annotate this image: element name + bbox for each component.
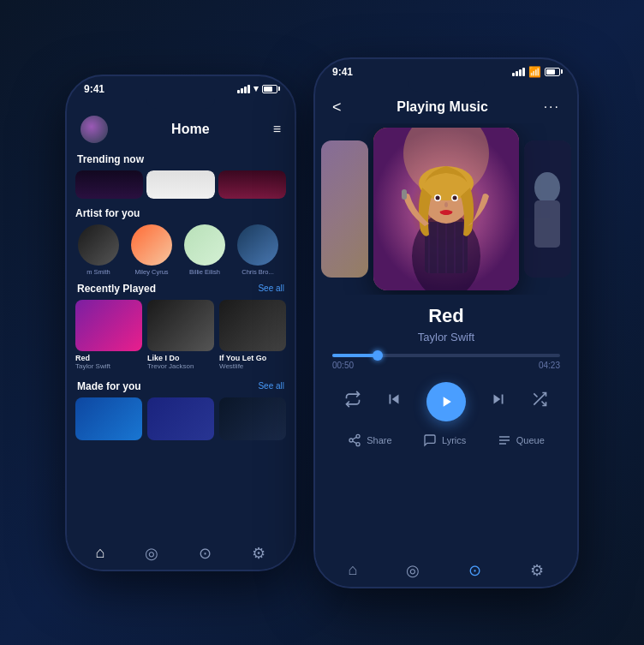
progress-fill <box>332 354 378 357</box>
signal-icon <box>237 85 250 93</box>
made-for-you-see-all[interactable]: See all <box>258 381 284 391</box>
made-card-3[interactable] <box>219 397 286 440</box>
recent-img-2 <box>147 300 214 351</box>
right-time: 9:41 <box>332 66 353 78</box>
svg-rect-17 <box>402 189 407 200</box>
svg-point-19 <box>534 172 560 203</box>
artist-name-3: Billie Eilish <box>189 268 220 276</box>
play-pause-button[interactable] <box>426 382 466 421</box>
recent-artist-2: Trevor Jackson <box>147 362 214 370</box>
right-header: < Playing Music ··· <box>315 93 577 123</box>
svg-point-21 <box>356 434 360 438</box>
action-buttons: Share Lyrics Queue <box>315 428 577 452</box>
artist-img-4 <box>237 224 278 266</box>
right-status-bar: 9:41 📶 <box>315 59 577 81</box>
queue-button[interactable]: Queue <box>498 433 545 447</box>
battery-icon <box>262 85 277 93</box>
right-nav-settings[interactable]: ⚙ <box>530 561 544 580</box>
made-for-you-label: Made for you <box>77 380 141 392</box>
right-signal-icon <box>512 68 525 76</box>
artist-name-2: Miley Cyrus <box>134 268 168 276</box>
song-artist: Taylor Swift <box>332 331 560 343</box>
trending-card-3[interactable]: Hot Shit Cardi B <box>218 170 286 199</box>
menu-button[interactable]: ≡ <box>273 122 281 137</box>
share-label: Share <box>367 435 391 445</box>
made-card-2[interactable] <box>147 397 214 440</box>
artist-name-1: m Smith <box>86 268 110 276</box>
total-time: 04:23 <box>539 361 560 370</box>
song-title: Red <box>332 305 560 327</box>
repeat-button[interactable] <box>344 391 361 412</box>
left-header: Home ≡ <box>67 110 295 150</box>
left-status-icons: ▾ <box>237 83 277 94</box>
shuffle-button[interactable] <box>531 391 548 412</box>
progress-bar[interactable] <box>332 354 560 357</box>
right-wifi-icon: 📶 <box>528 66 541 78</box>
nav-podcast[interactable]: ◎ <box>145 544 158 563</box>
recent-card-1[interactable]: Red Taylor Swift <box>75 300 142 370</box>
back-button[interactable]: < <box>332 99 342 116</box>
svg-point-22 <box>349 439 353 442</box>
recently-played-see-all[interactable]: See all <box>258 284 284 293</box>
lyrics-button[interactable]: Lyrics <box>423 433 466 447</box>
trending-grid: Wait For You Future Never Broke Again Bl… <box>67 170 295 199</box>
trending-card-2[interactable]: Never Broke Again Black Young Boy <box>146 170 214 199</box>
right-nav-history[interactable]: ⊙ <box>468 561 481 580</box>
made-card-1[interactable] <box>75 397 142 440</box>
more-options-button[interactable]: ··· <box>544 99 560 115</box>
scene: 9:41 ▾ Home ≡ Trend <box>0 0 644 645</box>
settings-icon: ⚙ <box>252 544 265 563</box>
album-art-main <box>373 128 519 290</box>
right-settings-icon: ⚙ <box>530 561 544 580</box>
recent-img-1 <box>75 300 142 351</box>
trending-img-3 <box>218 170 286 199</box>
share-button[interactable]: Share <box>348 433 391 447</box>
artist-item-1[interactable]: m Smith <box>75 224 122 276</box>
progress-thumb <box>373 350 383 361</box>
made-for-you-header: Made for you See all <box>67 377 295 397</box>
podcast-icon: ◎ <box>145 544 158 563</box>
prev-button[interactable] <box>385 390 403 413</box>
recent-card-2[interactable]: Like I Do Trevor Jackson <box>147 300 214 370</box>
right-podcast-icon: ◎ <box>406 561 420 580</box>
made-row <box>67 397 295 440</box>
album-art-right <box>524 140 571 278</box>
artist-item-4[interactable]: Chris Bro... <box>235 224 281 276</box>
nav-home[interactable]: ⌂ <box>96 544 105 562</box>
right-phone: 9:41 📶 < Playing Music ··· <box>313 57 579 588</box>
left-phone: 9:41 ▾ Home ≡ Trend <box>65 75 296 571</box>
album-area <box>315 123 577 295</box>
right-nav-home[interactable]: ⌂ <box>349 561 358 579</box>
right-nav-podcast[interactable]: ◎ <box>406 561 420 580</box>
svg-rect-20 <box>534 200 560 248</box>
next-button[interactable] <box>489 390 508 413</box>
progress-times: 00:50 04:23 <box>332 361 560 370</box>
left-bottom-nav: ⌂ ◎ ⊙ ⚙ <box>67 537 295 570</box>
home-icon: ⌂ <box>96 544 105 562</box>
nav-settings[interactable]: ⚙ <box>252 544 265 563</box>
recent-artist-1: Taylor Swift <box>75 362 142 370</box>
trending-card-1[interactable]: Wait For You Future <box>75 170 143 199</box>
progress-area: 00:50 04:23 <box>315 349 577 375</box>
recent-title-1: Red <box>75 354 142 362</box>
artist-item-3[interactable]: Billie Eilish <box>182 224 228 276</box>
nav-history[interactable]: ⊙ <box>199 544 212 563</box>
recent-title-2: Like I Do <box>147 354 214 362</box>
svg-point-16 <box>440 210 452 215</box>
recently-played-label: Recently Played <box>77 283 156 295</box>
artist-img-1 <box>78 224 119 266</box>
trending-img-1 <box>75 170 143 199</box>
right-status-icons: 📶 <box>512 66 560 78</box>
right-notch <box>408 80 485 92</box>
artist-section: Artist for you m Smith Miley Cyrus Billi… <box>67 199 295 279</box>
recent-card-3[interactable]: If You Let Go Westlife <box>219 300 286 370</box>
artist-item-2[interactable]: Miley Cyrus <box>128 224 175 276</box>
artist-name-4: Chris Bro... <box>242 268 274 276</box>
svg-point-15 <box>444 202 448 207</box>
queue-label: Queue <box>516 435 545 445</box>
playing-title: Playing Music <box>397 99 488 115</box>
recently-played-header: Recently Played See all <box>67 279 295 300</box>
avatar[interactable] <box>80 116 108 143</box>
recent-img-3 <box>219 300 286 351</box>
right-battery-icon <box>545 68 560 76</box>
